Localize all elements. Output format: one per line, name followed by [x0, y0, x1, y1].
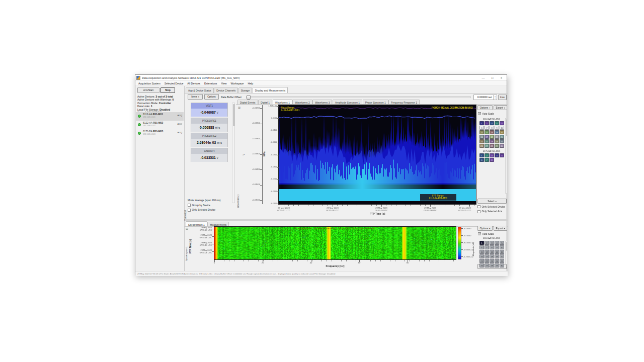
wf-g1-channel-2[interactable]: 2 — [485, 121, 489, 125]
wf-g1-channel-15[interactable]: 15 — [500, 130, 504, 134]
wf-g1-channel-3[interactable]: 3 — [490, 121, 494, 125]
wf-g2-channel-2[interactable]: 2 — [485, 153, 489, 157]
menu-all-devices[interactable]: All Devices — [185, 81, 202, 86]
live-button[interactable]: Live — [498, 95, 507, 100]
wf-g1-channel-5[interactable]: 5 — [500, 121, 504, 125]
sp-channel-19[interactable]: 19 — [495, 254, 499, 258]
menu-acquisition-system[interactable]: Acquisition System — [136, 81, 163, 86]
sp-channel-7[interactable]: 7 — [485, 245, 489, 249]
sp-channel-13[interactable]: 13 — [490, 250, 494, 254]
spinner-arrows-icon[interactable]: ▴▾ — [493, 95, 497, 100]
wf-options-dropdown[interactable]: Options▾ — [477, 105, 493, 110]
sp-channel-12[interactable]: 12 — [485, 250, 489, 254]
wf-g1-channel-10[interactable]: 10 — [500, 126, 504, 130]
sp-channel-17[interactable]: 17 — [485, 254, 489, 258]
sp-channel-16[interactable]: 16 — [479, 254, 484, 258]
sp-channel-18[interactable]: 18 — [490, 254, 494, 258]
wf-g2-channel-7[interactable]: 7 — [485, 158, 489, 162]
menu-selected-device[interactable]: Selected Device — [163, 81, 186, 86]
items-dropdown[interactable]: Items▾ — [188, 94, 203, 100]
sp-channel-24[interactable]: 24 — [495, 259, 499, 263]
menu-help[interactable]: Help — [246, 81, 255, 86]
wf-channels-scrollbar[interactable] — [505, 118, 507, 194]
checkbox-group-by-device[interactable]: Group by Device — [188, 204, 215, 207]
sp-export-dropdown[interactable]: Export▾ — [494, 226, 507, 231]
wf-select-dropdown[interactable]: Select▾ — [477, 199, 507, 204]
sp-channel-14[interactable]: 14 — [495, 250, 499, 254]
wf-g1-channel-20[interactable]: 20 — [500, 135, 504, 139]
sp-channel-2[interactable]: 2 — [485, 241, 489, 245]
wf-g1-channel-16[interactable]: 16 — [479, 135, 484, 139]
device-item-6171-ba[interactable]: 6171-BA R01-M03192.168.0.103ACQ — [136, 129, 184, 138]
checkbox-unchecked-icon[interactable] — [188, 209, 191, 212]
horizontal-splitter[interactable] — [185, 219, 508, 221]
menu-view[interactable]: View — [219, 81, 228, 86]
numerical-scrollbar[interactable] — [232, 103, 235, 203]
wf-g1-channel-23[interactable]: 23 — [490, 139, 494, 143]
measurement-tile-pressure2[interactable]: PRESSURE22.63044e-03 MPa — [191, 133, 228, 147]
sp-channel-5[interactable]: 5 — [500, 241, 504, 245]
wf-g1-channel-17[interactable]: 17 — [485, 135, 489, 139]
checkbox-unchecked-icon[interactable] — [477, 210, 480, 213]
wf-g1-channel-11[interactable]: 11 — [479, 130, 484, 134]
sp-options-dropdown[interactable]: Options▾ — [477, 226, 493, 231]
wf-g1-channel-29[interactable]: 29 — [495, 144, 499, 148]
sp-channel-1[interactable]: 1 — [479, 241, 484, 245]
options-button-toolbar[interactable]: Options — [204, 94, 219, 100]
wf-g1-channel-26[interactable]: 26 — [479, 144, 484, 148]
stop-button[interactable]: Stop — [160, 87, 175, 93]
wf-g2-channel-5[interactable]: 5 — [500, 153, 504, 157]
wf-g1-channel-22[interactable]: 22 — [485, 139, 489, 143]
scrollbar-thumb[interactable] — [506, 242, 508, 251]
sp-channel-6[interactable]: 6 — [479, 245, 484, 249]
menu-extensions[interactable]: Extensions — [202, 81, 219, 86]
wf-g1-channel-9[interactable]: 9 — [495, 126, 499, 130]
tab-device-channels[interactable]: Device Channels — [214, 87, 238, 93]
wf-g1-channel-14[interactable]: 14 — [495, 130, 499, 134]
scrollbar-thumb[interactable] — [506, 119, 508, 136]
close-button[interactable]: × — [498, 75, 505, 81]
maximize-button[interactable]: □ — [489, 75, 496, 81]
measurement-tile-channel-4[interactable]: Channel 4-0.033531 V — [191, 148, 228, 162]
sp-channel-3[interactable]: 3 — [490, 241, 494, 245]
panel-grid-icon[interactable]: ⊞ — [186, 227, 188, 230]
checkbox-auto-scale[interactable]: ✓Auto Scale — [478, 232, 494, 235]
wf-g1-channel-8[interactable]: 8 — [490, 126, 494, 130]
sp-channel-22[interactable]: 22 — [485, 259, 489, 263]
device-item-6112-aa[interactable]: 6112-AA R01-M01192.168.0.101ACQ — [136, 112, 184, 121]
wf-g2-channel-3[interactable]: 3 — [490, 153, 494, 157]
wf-g2-channel-1[interactable]: 1 — [479, 153, 484, 157]
panel-grid-icon[interactable]: ⊞ — [238, 106, 240, 109]
minimize-button[interactable]: — — [479, 75, 487, 81]
checkbox-unchecked-icon[interactable] — [188, 204, 191, 207]
wf-g1-channel-4[interactable]: 4 — [495, 121, 499, 125]
sp-select-dropdown[interactable]: Select▾ — [477, 264, 507, 269]
menu-workspace[interactable]: Workspace — [229, 81, 246, 86]
wf-g1-channel-18[interactable]: 18 — [490, 135, 494, 139]
wf-g1-channel-7[interactable]: 7 — [485, 126, 489, 130]
sp-channel-15[interactable]: 15 — [500, 250, 504, 254]
wf-g1-channel-13[interactable]: 13 — [490, 130, 494, 134]
sp-channel-25[interactable]: 25 — [500, 259, 504, 263]
wf-g1-channel-6[interactable]: 6 — [479, 126, 484, 130]
checkbox-auto-scale[interactable]: ✓Auto Scale — [478, 112, 494, 115]
wf-g1-channel-28[interactable]: 28 — [490, 144, 494, 148]
sp-channel-20[interactable]: 20 — [500, 254, 504, 258]
sp-channel-4[interactable]: 4 — [495, 241, 499, 245]
checkbox-checked-icon[interactable]: ✓ — [478, 112, 481, 115]
tab-storage[interactable]: Storage — [238, 87, 253, 93]
wf-g2-channel-6[interactable]: 6 — [479, 158, 484, 162]
sp-channel-21[interactable]: 21 — [479, 259, 484, 263]
wf-g2-channel-4[interactable]: 4 — [495, 153, 499, 157]
wf-g1-channel-1[interactable]: 1 — [479, 121, 484, 125]
sp-channel-23[interactable]: 23 — [490, 259, 494, 263]
sp-channel-10[interactable]: 10 — [500, 245, 504, 249]
wf-g1-channel-30[interactable]: 30 — [500, 144, 504, 148]
tab-app-device-status[interactable]: App & Device Status — [186, 87, 214, 93]
arm-start-button[interactable]: Arm/Start — [137, 87, 159, 93]
measurement-tile-pressure1[interactable]: PRESSURE1-0.056888 MPa — [191, 118, 228, 132]
checkbox-unchecked-icon[interactable] — [477, 205, 480, 208]
tab-display-and-measurements[interactable]: Display and Measurements — [253, 87, 288, 93]
checkbox-checked-icon[interactable]: ✓ — [478, 232, 481, 235]
offset-value-box[interactable]: 0.000000 sec ▴▾ — [473, 95, 497, 100]
